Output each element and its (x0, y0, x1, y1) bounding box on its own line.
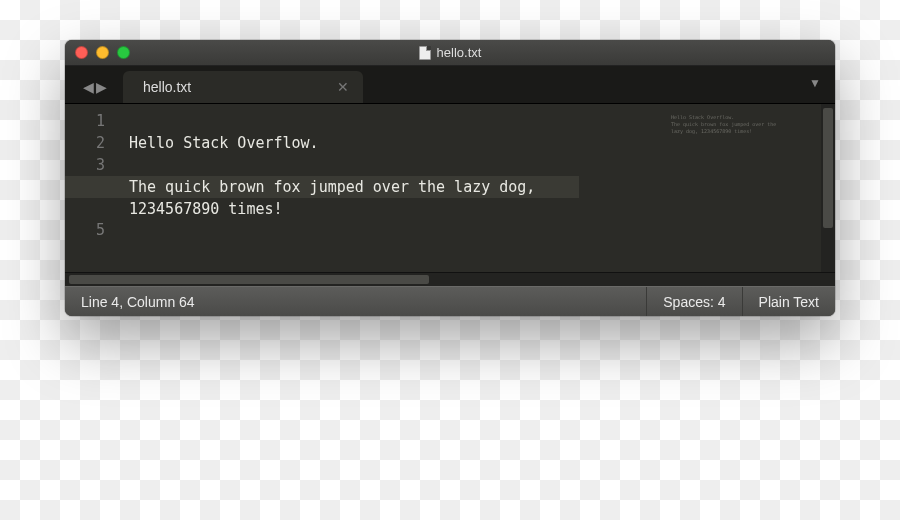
status-bar: Line 4, Column 64 Spaces: 4 Plain Text (65, 286, 835, 316)
code-line (119, 154, 671, 176)
window-controls (65, 46, 130, 59)
gutter-line: 5 (65, 198, 119, 242)
minimap-line: Hello Stack Overflow. (671, 114, 811, 121)
nav-back-icon[interactable]: ◀ (83, 79, 94, 95)
tab-close-icon[interactable]: ✕ (337, 79, 349, 95)
nav-forward-icon[interactable]: ▶ (96, 79, 107, 95)
status-cursor-position[interactable]: Line 4, Column 64 (65, 287, 647, 316)
document-icon (419, 46, 431, 60)
horizontal-scrollbar[interactable] (65, 272, 835, 286)
code-line: Hello Stack Overflow. (119, 132, 671, 154)
code-line (119, 110, 671, 132)
titlebar[interactable]: hello.txt (65, 40, 835, 66)
zoom-window-button[interactable] (117, 46, 130, 59)
status-syntax[interactable]: Plain Text (743, 287, 835, 316)
minimap-line: lazy dog, 1234567890 times! (671, 128, 811, 135)
tab-history-nav: ◀ ▶ (65, 79, 123, 103)
horizontal-scroll-thumb[interactable] (69, 275, 429, 284)
gutter-line: 1 (65, 110, 119, 132)
code-line (119, 220, 671, 242)
status-indentation[interactable]: Spaces: 4 (647, 287, 742, 316)
gutter-line: 3 (65, 154, 119, 176)
gutter-line: 2 (65, 132, 119, 154)
titlebar-title-group: hello.txt (65, 45, 835, 60)
tab-active[interactable]: hello.txt ✕ (123, 71, 363, 103)
code-area[interactable]: Hello Stack Overflow. The quick brown fo… (119, 104, 671, 272)
editor-window: hello.txt ◀ ▶ hello.txt ✕ ▼ 1 2 3 4 5 He… (65, 40, 835, 316)
window-title: hello.txt (437, 45, 482, 60)
minimap[interactable]: Hello Stack Overflow. The quick brown fo… (671, 104, 821, 272)
vertical-scroll-thumb[interactable] (823, 108, 833, 228)
minimap-line: The quick brown fox jumped over the (671, 121, 811, 128)
tab-overflow-icon[interactable]: ▼ (809, 76, 821, 90)
close-window-button[interactable] (75, 46, 88, 59)
code-line-current: The quick brown fox jumped over the lazy… (119, 176, 579, 220)
editor-area: 1 2 3 4 5 Hello Stack Overflow. The quic… (65, 104, 835, 272)
tab-strip: ◀ ▶ hello.txt ✕ ▼ (65, 66, 835, 104)
minimize-window-button[interactable] (96, 46, 109, 59)
vertical-scrollbar[interactable] (821, 104, 835, 272)
tab-label: hello.txt (143, 79, 191, 95)
